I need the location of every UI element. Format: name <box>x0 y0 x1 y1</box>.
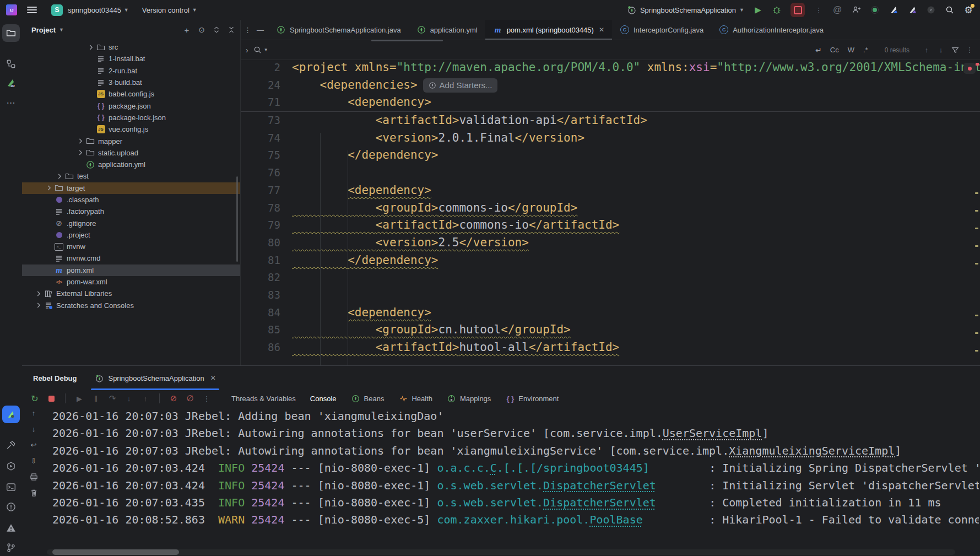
status-dot-icon[interactable] <box>870 5 880 15</box>
editor-tab-interceptorconfig.java[interactable]: CInterceptorConfig.java <box>612 20 711 40</box>
editor-tab-application.yml[interactable]: application.yml <box>409 20 485 40</box>
rerun-icon[interactable]: ↻ <box>30 393 40 403</box>
code-line-74[interactable]: 74 <version>2.0.1.Final</version> <box>241 129 980 147</box>
project-switcher[interactable]: springboot03445 ▼ <box>68 6 129 14</box>
run-tool-icon[interactable] <box>2 457 20 475</box>
regex-toggle[interactable]: .* <box>861 45 870 55</box>
warning-stripe-mark[interactable] <box>975 315 978 316</box>
hide-panel-icon[interactable]: — <box>257 26 264 34</box>
expand-search-icon[interactable]: › <box>246 46 248 55</box>
code-line-86[interactable]: 86 <artifactId>hutool-all</artifactId> <box>241 339 980 357</box>
add-starters-hint[interactable]: Add Starters... <box>423 78 498 93</box>
tree-item--project[interactable]: .project <box>22 229 240 241</box>
code-line-24[interactable]: 24 <dependencies>Add Starters... <box>241 77 980 94</box>
code-view[interactable]: 2<project xmlns="http://maven.apache.org… <box>241 59 980 365</box>
terminal-tool-icon[interactable] <box>2 478 20 496</box>
editor-tab-pom.xml[interactable]: mpom.xml (springboot03445)✕ <box>485 20 612 40</box>
run-button[interactable]: ▶ <box>753 5 763 15</box>
view-breakpoints-icon[interactable]: ⊘ <box>169 393 178 403</box>
jrebel-run-icon[interactable] <box>889 5 898 15</box>
code-line-85[interactable]: 85 <groupId>cn.hutool</groupId> <box>241 321 980 339</box>
tree-item-mvnw[interactable]: >_mvnw <box>22 241 240 252</box>
tree-item-application-yml[interactable]: application.yml <box>22 159 240 170</box>
tree-item-package-json[interactable]: { }package.json <box>22 100 240 111</box>
code-with-me-icon[interactable] <box>851 5 861 15</box>
warning-stripe-mark[interactable] <box>975 350 978 352</box>
prev-occurrence-icon[interactable]: ↑ <box>922 45 932 55</box>
debug-tab-mappings[interactable]: Mappings <box>447 393 491 403</box>
code-line-73[interactable]: 73 <artifactId>validation-api</artifactI… <box>241 112 980 129</box>
code-line-75[interactable]: 75 </dependency> <box>241 147 980 164</box>
close-icon[interactable]: ✕ <box>210 374 216 382</box>
git-icon[interactable] <box>2 539 20 556</box>
tree-item-target[interactable]: target <box>22 182 240 194</box>
tree-item-package-lock-json[interactable]: { }package-lock.json <box>22 112 240 123</box>
code-line-76[interactable]: 76 <box>241 164 980 182</box>
debug-tab-health[interactable]: Health <box>398 393 432 403</box>
xrebel-icon[interactable] <box>907 5 917 15</box>
tree-item-scratches-and-consoles[interactable]: Scratches and Consoles <box>22 300 240 311</box>
warning-stripe-mark[interactable] <box>975 228 978 229</box>
tree-item--gitignore[interactable]: ⊘.gitignore <box>22 217 240 229</box>
tree-item-pom-xml[interactable]: mpom.xml <box>22 264 240 276</box>
version-control-menu[interactable]: Version control ▼ <box>142 6 197 14</box>
debug-tab-beans[interactable]: Beans <box>351 393 385 403</box>
search-icon[interactable] <box>253 45 263 55</box>
tree-item-1-install-bat[interactable]: 1-install.bat <box>22 53 240 64</box>
newline-icon[interactable]: ↵ <box>814 45 824 55</box>
debug-options-icon[interactable]: ⋮ <box>202 393 212 403</box>
profiler-icon[interactable]: @ <box>832 5 842 15</box>
search-history-icon[interactable]: ▼ <box>264 47 268 52</box>
search-input[interactable] <box>273 45 809 55</box>
debug-session-tab[interactable]: SpringbootSchemaApplication ✕ <box>91 366 219 390</box>
code-line-81[interactable]: 81 </dependency> <box>241 252 980 269</box>
editor-tab-authorizationinterceptor.java[interactable]: CAuthorizationInterceptor.java <box>711 20 831 40</box>
match-case-toggle[interactable]: Cc <box>828 45 841 55</box>
expand-all-icon[interactable] <box>212 25 221 35</box>
collapse-all-icon[interactable] <box>226 25 236 35</box>
tree-item-mvnw-cmd[interactable]: mvnw.cmd <box>22 252 240 264</box>
warning-stripe-mark[interactable] <box>975 245 978 247</box>
run-configuration-selector[interactable]: SpringbootSchemaApplication ▼ <box>627 5 744 15</box>
debug-button[interactable] <box>772 5 782 15</box>
console-link[interactable]: PoolBase <box>589 513 642 526</box>
scroll-to-end-icon[interactable]: ⇩ <box>29 456 39 466</box>
code-line-78[interactable]: 78 <groupId>commons-io</groupId> <box>241 199 980 217</box>
search-options-icon[interactable]: ⋮ <box>965 45 974 55</box>
chevron-right-icon[interactable] <box>54 172 64 180</box>
code-line-71[interactable]: 71 <dependency> <box>241 94 980 111</box>
stop-button[interactable] <box>791 3 805 17</box>
code-line-79[interactable]: 79 <artifactId>commons-io</artifactId> <box>241 217 980 234</box>
debug-tab-threads-variables[interactable]: Threads & Variables <box>231 395 296 403</box>
problems-icon[interactable] <box>2 498 20 516</box>
notifications-warning-icon[interactable] <box>2 519 20 537</box>
warning-stripe-mark[interactable] <box>975 192 978 194</box>
console-link[interactable]: XiangmuleixingServiceImpl <box>729 444 895 457</box>
tab-options-icon[interactable]: ⋮ <box>244 26 251 34</box>
code-line-83[interactable]: 83 <box>241 287 980 304</box>
warning-stripe-mark[interactable] <box>975 263 978 264</box>
chevron-right-icon[interactable] <box>44 184 54 192</box>
console-link[interactable]: DispatcherServlet <box>543 479 656 492</box>
main-menu-icon[interactable] <box>27 5 37 15</box>
warning-stripe-mark[interactable] <box>975 210 978 212</box>
error-stripe-mark[interactable] <box>976 63 979 66</box>
project-tool-icon[interactable] <box>2 24 20 42</box>
inspections-widget[interactable] <box>963 63 976 74</box>
chevron-right-icon[interactable] <box>75 137 85 145</box>
chevron-right-icon[interactable] <box>33 301 44 309</box>
tree-item-vue-config-js[interactable]: JSvue.config.js <box>22 123 240 135</box>
tree-item--classpath[interactable]: .classpath <box>22 194 240 206</box>
tree-item-3-build-bat[interactable]: 3-build.bat <box>22 77 240 88</box>
chevron-right-icon[interactable] <box>75 149 85 156</box>
tree-item-babel-config-js[interactable]: JSbabel.config.js <box>22 88 240 100</box>
code-line-84[interactable]: 84 <dependency> <box>241 304 980 322</box>
chevron-right-icon[interactable] <box>85 44 96 51</box>
code-line-77[interactable]: 77 <dependency> <box>241 182 980 199</box>
search-everywhere-icon[interactable] <box>945 5 955 15</box>
console-scrollbar-track[interactable] <box>47 549 955 555</box>
tab-scrollbar[interactable] <box>371 40 443 41</box>
project-panel-title[interactable]: Project <box>31 26 56 34</box>
filter-icon[interactable] <box>950 45 960 55</box>
jrebel-icon[interactable]: JR <box>2 74 20 91</box>
